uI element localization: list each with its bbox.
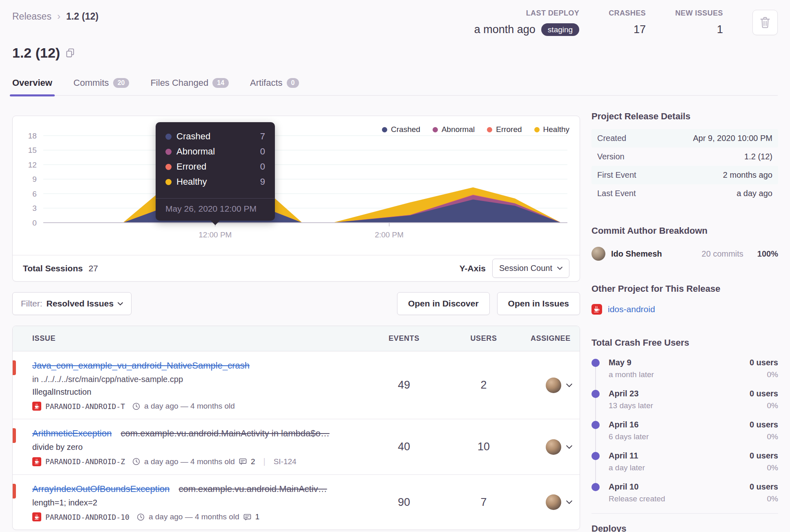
issues-table-header: ISSUE EVENTS USERS ASSIGNEE (13, 326, 580, 351)
svg-text:12:00 PM: 12:00 PM (199, 230, 232, 239)
deploys-heading: Deploys (591, 523, 778, 532)
last-deploy-time: a month ago (474, 23, 536, 36)
column-header-issue: ISSUE (13, 334, 371, 343)
issue-title-link[interactable]: Java_com_example_vu_android_NativeSample… (32, 360, 250, 371)
legend-item-errored[interactable]: Errored (487, 125, 522, 134)
comments-count: 2 (251, 457, 255, 466)
assignee-avatar[interactable] (546, 494, 561, 510)
total-sessions-value: 27 (89, 264, 98, 273)
table-row: ArrayIndexOutOfBoundsException com.examp… (13, 474, 580, 530)
issue-age: a day ago — 4 months old (144, 402, 235, 411)
stat-new-issues: NEW ISSUES 1 (675, 9, 723, 36)
tab-label: Files Changed (150, 78, 208, 88)
table-row: Java_com_example_vu_android_NativeSample… (13, 351, 580, 419)
tab-count-badge: 20 (113, 78, 129, 88)
issues-toolbar: Filter: Resolved Issues Open in Discover… (12, 292, 580, 315)
events-count: 40 (371, 440, 437, 453)
filter-value: Resolved Issues (47, 299, 114, 308)
project-slug-link[interactable]: PARANOID-ANDROID-Z (45, 457, 125, 466)
legend-item-abnormal[interactable]: Abnormal (433, 125, 475, 134)
open-in-issues-button[interactable]: Open in Issues (497, 292, 580, 315)
timeline-entry: April 10Release created 0 users0% (591, 482, 778, 503)
java-project-icon (32, 402, 41, 411)
tab-label: Artifacts (250, 78, 282, 88)
open-in-discover-button[interactable]: Open in Discover (397, 292, 490, 315)
issue-culprit: com.example.vu.android.MainActiv… (179, 484, 327, 494)
timeline-entry: April 11a day later 0 users0% (591, 451, 778, 472)
yaxis-select[interactable]: Session Count (492, 259, 569, 278)
svg-text:18: 18 (28, 132, 37, 140)
svg-text:9: 9 (32, 175, 37, 183)
project-slug-link[interactable]: PARANOID-ANDROID-10 (45, 513, 129, 521)
project-slug-link[interactable]: PARANOID-ANDROID-T (45, 402, 125, 411)
tab-artifacts[interactable]: Artifacts 0 (250, 73, 299, 95)
tab-label: Overview (12, 78, 52, 88)
timeline-dot-icon (591, 390, 600, 398)
abnormal-dot-icon (165, 149, 172, 155)
crash-free-heading: Total Crash Free Users (591, 338, 778, 348)
healthy-dot-icon (165, 179, 172, 185)
assignee-avatar[interactable] (546, 439, 561, 455)
author-percent: 100% (757, 249, 778, 259)
release-details-heading: Project Release Details (591, 111, 778, 122)
detail-row: First Event2 months ago (591, 166, 778, 184)
healthy-dot-icon (534, 127, 540, 132)
assignee-avatar[interactable] (546, 378, 561, 393)
trash-icon (760, 17, 770, 28)
delete-release-button[interactable] (752, 10, 778, 35)
stat-label: CRASHES (609, 9, 646, 18)
issues-filter-dropdown[interactable]: Filter: Resolved Issues (12, 292, 132, 315)
copy-icon[interactable] (66, 48, 75, 58)
tab-count-badge: 14 (212, 78, 229, 88)
issue-age: a day ago — 4 months old (144, 457, 235, 466)
timeline-entry: April 2313 days later 0 users0% (591, 389, 778, 410)
chevron-down-icon[interactable] (566, 383, 572, 387)
issue-title-link[interactable]: ArithmeticException (32, 428, 112, 438)
sessions-chart-svg[interactable]: 036912151812:00 PM2:00 PM (13, 116, 580, 255)
tab-count-badge: 0 (287, 78, 299, 88)
tab-overview[interactable]: Overview (12, 73, 52, 95)
timeline-dot-icon (591, 483, 600, 491)
chevron-down-icon (557, 266, 562, 270)
issue-title-link[interactable]: ArrayIndexOutOfBoundsException (32, 484, 170, 494)
breadcrumb-releases-link[interactable]: Releases (12, 11, 51, 22)
commit-authors-heading: Commit Author Breakdown (591, 226, 778, 236)
tab-files-changed[interactable]: Files Changed 14 (150, 73, 229, 95)
events-count: 49 (371, 379, 437, 391)
svg-text:12: 12 (28, 161, 37, 169)
abnormal-dot-icon (433, 127, 438, 132)
tooltip-row: Healthy9 (165, 177, 265, 187)
svg-text:0: 0 (32, 219, 37, 227)
issue-message: length=1; index=2 (32, 498, 367, 507)
users-count: 7 (437, 496, 531, 509)
legend-item-healthy[interactable]: Healthy (534, 125, 569, 134)
clock-icon (132, 458, 140, 465)
chevron-down-icon[interactable] (566, 445, 572, 449)
other-project-row: idos-android (591, 304, 778, 315)
error-level-bar (13, 360, 16, 375)
java-project-icon (32, 457, 41, 466)
timeline-entry: April 166 days later 0 users0% (591, 420, 778, 441)
stat-label: NEW ISSUES (675, 9, 723, 18)
tooltip-row: Errored0 (165, 161, 265, 172)
other-project-link[interactable]: idos-android (608, 304, 655, 314)
users-count: 10 (437, 440, 531, 453)
comments-icon (239, 458, 247, 465)
chevron-down-icon[interactable] (566, 500, 572, 504)
breadcrumb-current: 1.2 (12) (66, 11, 98, 22)
tab-commits[interactable]: Commits 20 (74, 73, 129, 95)
tooltip-row: Crashed7 (165, 131, 265, 142)
stat-crashes: CRASHES 17 (609, 9, 646, 36)
legend-item-crashed[interactable]: Crashed (382, 125, 420, 134)
legend-label: Errored (496, 125, 522, 134)
release-sidebar: Project Release Details CreatedApr 9, 20… (591, 111, 778, 532)
tab-label: Commits (74, 78, 109, 88)
table-row: ArithmeticException com.example.vu.andro… (13, 419, 580, 474)
commit-author-row: Ido Shemesh 20 commits 100% (591, 247, 778, 261)
error-level-bar (13, 428, 16, 443)
issue-age: a day ago — 4 months old (149, 512, 239, 521)
tooltip-timestamp: May 26, 2020 12:00 PM (156, 198, 275, 221)
total-sessions-label: Total Sessions (23, 264, 83, 273)
users-count: 2 (437, 379, 531, 391)
sessions-chart[interactable]: 036912151812:00 PM2:00 PM Crashed Abnorm… (13, 116, 580, 255)
